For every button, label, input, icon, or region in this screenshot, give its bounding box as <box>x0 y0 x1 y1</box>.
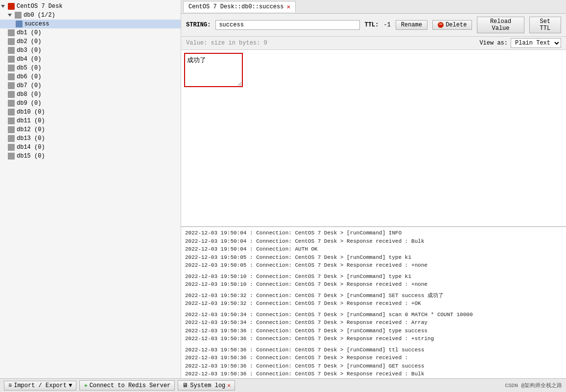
value-textarea[interactable]: 成功了 <box>184 53 243 87</box>
sidebar-db0-item[interactable]: db0 (1/2) <box>0 11 181 20</box>
reload-button[interactable]: Reload Value <box>477 17 524 33</box>
db9-label: db9 (0) <box>17 100 41 107</box>
log-line: 2022-12-03 19:50:36 : Connection: CentOS… <box>185 354 562 362</box>
import-export-button[interactable]: ≡ Import / Export ▼ <box>4 381 76 391</box>
sidebar-db8[interactable]: db8 (0) <box>0 90 181 99</box>
tab-close-button[interactable]: ✕ <box>286 3 290 11</box>
db-icon <box>8 38 15 45</box>
sidebar-db6[interactable]: db6 (0) <box>0 72 181 81</box>
db-icon <box>8 47 15 54</box>
db12-label: db12 (0) <box>17 126 45 133</box>
value-label: Value: <box>186 40 211 46</box>
sidebar-db9[interactable]: db9 (0) <box>0 99 181 108</box>
sidebar-db1[interactable]: db1 (0) <box>0 28 181 37</box>
key-icon <box>16 21 23 27</box>
delete-button[interactable]: Delete <box>432 20 472 30</box>
log-line: 2022-12-03 19:50:04 : Connection: CentOS… <box>185 237 562 246</box>
db4-label: db4 (0) <box>17 56 41 63</box>
log-line: 2022-12-03 19:50:36 : Connection: CentOS… <box>185 346 562 354</box>
log-line: 2022-12-03 19:50:10 : Connection: CentOS… <box>185 273 562 281</box>
db-icon <box>8 117 15 124</box>
db-icon <box>8 65 15 71</box>
sidebar: CentOS 7 Desk db0 (1/2) success db1 (0) … <box>0 0 181 378</box>
sidebar-db2[interactable]: db2 (0) <box>0 37 181 46</box>
db-icon <box>8 91 15 98</box>
db8-label: db8 (0) <box>17 91 41 98</box>
server-label: CentOS 7 Desk <box>17 3 63 10</box>
db-icon <box>8 82 15 89</box>
log-line: 2022-12-03 19:50:05 : Connection: CentOS… <box>185 254 562 262</box>
main-layout: CentOS 7 Desk db0 (1/2) success db1 (0) … <box>0 0 566 378</box>
db-icon <box>8 29 15 36</box>
expand-icon <box>8 14 12 17</box>
value-size-info: Value: size in bytes: 9 <box>186 40 267 46</box>
sidebar-db14[interactable]: db14 (0) <box>0 143 181 152</box>
bottom-bar: ≡ Import / Export ▼ ✚ Connect to Redis S… <box>0 378 566 392</box>
connect-label: Connect to Redis Server <box>90 382 171 389</box>
view-as-container: View as: Plain Text JSON Hex Binary <box>479 38 561 48</box>
db-icon <box>8 56 15 63</box>
db-icon <box>15 12 22 19</box>
content-area: CentOS 7 Desk::db0::success ✕ STRING: TT… <box>181 0 566 378</box>
log-line: 2022-12-03 19:50:04 : Connection: CentOS… <box>185 229 562 237</box>
sidebar-db5[interactable]: db5 (0) <box>0 64 181 72</box>
string-key-input[interactable] <box>215 20 359 30</box>
sidebar-db7[interactable]: db7 (0) <box>0 81 181 90</box>
system-log-button[interactable]: 🖥 System log ✕ <box>178 380 235 391</box>
connect-icon: ✚ <box>84 382 87 389</box>
log-line: 2022-12-03 19:50:10 : Connection: CentOS… <box>185 280 562 289</box>
sidebar-db11[interactable]: db11 (0) <box>0 116 181 125</box>
db-icon <box>8 126 15 133</box>
db5-label: db5 (0) <box>17 65 41 71</box>
db13-label: db13 (0) <box>17 135 45 142</box>
db-icon <box>8 144 15 151</box>
log-line: 2022-12-03 19:50:36 : Connection: CentOS… <box>185 362 562 370</box>
sidebar-db12[interactable]: db12 (0) <box>0 125 181 134</box>
db-icon <box>8 109 15 115</box>
log-line: 2022-12-03 19:50:05 : Connection: CentOS… <box>185 261 562 270</box>
toolbar: STRING: TTL: -1 Rename Delete Reload Val… <box>181 14 566 37</box>
sidebar-db13[interactable]: db13 (0) <box>0 134 181 143</box>
value-bar: Value: size in bytes: 9 View as: Plain T… <box>181 37 566 50</box>
db6-label: db6 (0) <box>17 73 41 80</box>
sidebar-db3[interactable]: db3 (0) <box>0 46 181 55</box>
delete-icon <box>438 22 444 28</box>
monitor-icon: 🖥 <box>182 382 188 389</box>
list-icon: ≡ <box>8 382 12 389</box>
sidebar-db15[interactable]: db15 (0) <box>0 152 181 161</box>
db14-label: db14 (0) <box>17 144 45 151</box>
expand-icon <box>1 5 5 8</box>
db2-label: db2 (0) <box>17 38 41 45</box>
sidebar-server-item[interactable]: CentOS 7 Desk <box>0 2 181 11</box>
db7-label: db7 (0) <box>17 82 41 89</box>
system-log-close[interactable]: ✕ <box>227 382 231 389</box>
log-line: 2022-12-03 19:50:34 : Connection: CentOS… <box>185 311 562 319</box>
bottom-left-buttons: ≡ Import / Export ▼ ✚ Connect to Redis S… <box>4 380 235 391</box>
db15-label: db15 (0) <box>17 153 45 160</box>
dropdown-arrow: ▼ <box>69 382 72 389</box>
db-icon <box>8 135 15 142</box>
db-icon <box>8 73 15 80</box>
log-area[interactable]: 2022-12-03 19:50:04 : Connection: CentOS… <box>181 227 566 378</box>
value-editor: 成功了 <box>181 50 566 227</box>
tab-success[interactable]: CentOS 7 Desk::db0::success ✕ <box>183 1 296 12</box>
set-ttl-button[interactable]: Set TTL <box>529 17 561 33</box>
db3-label: db3 (0) <box>17 47 41 54</box>
connect-redis-button[interactable]: ✚ Connect to Redis Server <box>79 380 175 391</box>
view-as-select[interactable]: Plain Text JSON Hex Binary <box>511 38 561 48</box>
sidebar-db10[interactable]: db10 (0) <box>0 108 181 116</box>
rename-button[interactable]: Rename <box>396 20 427 30</box>
db-icon <box>8 153 15 160</box>
ttl-label: TTL: <box>365 22 379 28</box>
delete-btn-label: Delete <box>446 22 467 28</box>
sidebar-key-success[interactable]: success <box>0 20 181 28</box>
tab-bar: CentOS 7 Desk::db0::success ✕ <box>181 0 566 14</box>
watermark: CSDN @架构师全栈之路 <box>505 382 562 389</box>
sidebar-db4[interactable]: db4 (0) <box>0 55 181 64</box>
tab-label: CentOS 7 Desk::db0::success <box>189 3 283 10</box>
log-line: 2022-12-03 19:50:34 : Connection: CentOS… <box>185 319 562 327</box>
db0-label: db0 (1/2) <box>24 12 55 19</box>
log-line: 2022-12-03 19:50:36 : Connection: CentOS… <box>185 335 562 343</box>
db11-label: db11 (0) <box>17 117 45 124</box>
key-success-label: success <box>24 21 49 27</box>
